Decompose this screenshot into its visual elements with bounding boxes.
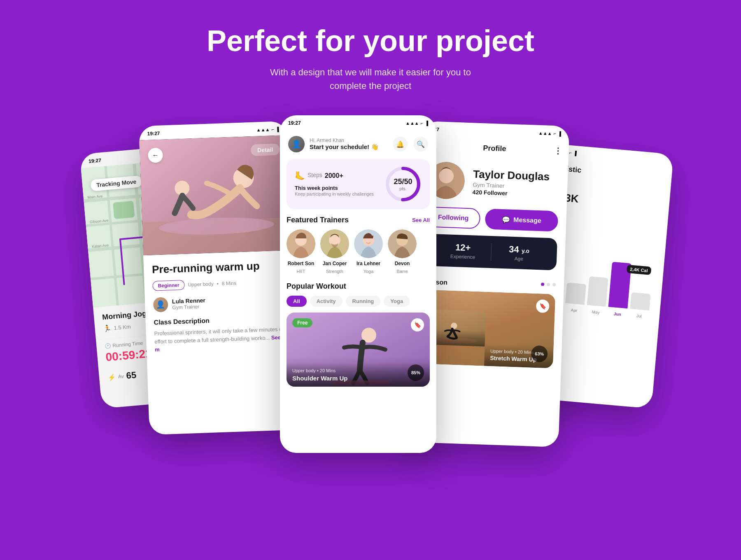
class-desc-text: Professional sprinters, it will only tak… [154,325,287,354]
class-desc-label: Class Description [154,314,285,326]
profile-more-icon[interactable]: ⋮ [554,146,562,156]
bar-jul [630,292,651,310]
trainer-photo-placeholder: 👤 [153,297,168,312]
trainer-photo-3 [354,229,383,258]
dot-3 [552,283,556,286]
status-icons-center: ▲▲▲ ⌐ ▐ [405,121,428,126]
trainer-name-2: Jan Coper [323,261,347,266]
profile-stats: 12+ Experience 34 y.o Age [424,233,557,270]
trainer-photo-4 [388,229,417,258]
profile-actions: Following 💬 Message [417,206,566,239]
greeting-text: Hi, Armed Khan Start your schedule! 👋 [310,138,379,151]
message-button[interactable]: 💬 Message [485,209,558,232]
phone-workout-detail: 19:27 ▲▲▲ ⌐ ▐ [139,121,298,435]
message-icon: 💬 [502,215,510,224]
signal-icon-2: ▲▲▲ [256,127,270,132]
see-all-link[interactable]: See All [412,217,430,223]
workout-content: Pre-running warm up Beginner Upper body … [143,250,295,362]
steps-icon: 🦶 [295,171,305,181]
hero-subtitle: With a design that we will make it easie… [8,65,733,93]
trainer-name-3: Ira Lehner [357,261,380,266]
phones-container: 19:27 ▲▲▲ ⌐ ▐ [0,115,741,527]
bookmark-button[interactable]: 🔖 [411,318,424,331]
bar-may [587,276,608,307]
popular-workout-header: Popular Workout [280,282,436,296]
trainer-specialty-3: Yoga [364,269,374,274]
workout-tags: Beginner Upper body • 8 Mins [152,276,284,291]
trainer-avatar: 👤 [153,297,168,312]
trainer-specialty-1: HIIT [297,269,305,274]
stat-age: 34 y.o Age [491,243,547,263]
wifi-icon-profile: ⌐ [553,131,556,136]
battery-icon-profile: ▐ [558,131,561,136]
dots-indicator [541,282,556,286]
free-badge: Free [292,318,312,327]
trainer-card-2: Jan Coper Strength [320,229,349,274]
hero-section: Perfect for your project With a design t… [0,0,741,105]
trainer-card-1: Robert Son HIIT [287,229,315,274]
user-greeting: 👤 Hi, Armed Khan Start your schedule! 👋 [288,136,379,152]
trainer-card-4: Devon Barre [388,229,417,274]
trainer-specialty-2: Strength [326,269,343,274]
battery-icon-right: ▐ [573,150,577,156]
trainer-row: 👤 Lula Renner Gym Trainer [153,293,285,312]
wifi-icon-right: ⌐ [569,150,572,156]
detail-label: Detail [251,144,280,156]
workout-card-image: Free 🔖 Upper body • 20 Mins Shoulder War… [287,313,430,387]
user-avatar: 👤 [288,136,305,152]
trainer-info: Lula Renner Gym Trainer [172,297,206,310]
wifi-icon-center: ⌐ [421,121,423,126]
bar-apr [565,282,586,305]
filter-running[interactable]: Running [346,296,381,307]
trainer-name-4: Devon [395,261,410,266]
filter-all[interactable]: All [287,296,307,307]
trainer-specialty-4: Barre [397,269,408,274]
profile-photo-section: Taylor Douglas Gym Trainer 420 Follower [418,157,568,211]
app-header: 👤 Hi, Armed Khan Start your schedule! 👋 … [280,129,436,159]
header-icons: 🔔 🔍 [393,137,428,152]
steps-card: 🦶 Steps 2000+ This week points Keep part… [287,159,430,209]
status-icons-2: ▲▲▲ ⌐ ▐ [256,127,279,133]
dot-2 [547,283,550,286]
dot-1 [541,282,544,286]
yoga-image-inner: 🔖 Upper body • 20 Mins Stretch Warm Up 6… [421,289,555,368]
tag-beginner: Beginner [152,280,185,291]
trainer-card-3: Ira Lehner Yoga [354,229,383,274]
yoga-workout-card: 🔖 Upper body • 20 Mins Stretch Warm Up 6… [421,289,555,368]
trainer-photo-2 [320,229,349,258]
phone-main: 19:27 ▲▲▲ ⌐ ▐ 👤 Hi, Armed Khan Start you… [280,115,436,453]
tag-body: Upper body [188,281,213,287]
hero-title: Perfect for your project [8,25,733,57]
wifi-icon-2: ⌐ [271,127,274,132]
steps-info: 🦶 Steps 2000+ This week points Keep part… [295,171,374,197]
workout-image: ← Detail [139,135,291,255]
workout-title: Pre-running warm up [152,259,284,276]
notification-button[interactable]: 🔔 [393,137,408,152]
circle-text: 25/50 pts. [394,177,412,191]
status-icons-profile: ▲▲▲ ⌐ ▐ [538,131,561,136]
progress-badge: 85% [408,364,424,381]
workout-image-inner: ← Detail [139,135,291,255]
trainer-name-1: Robert Son [288,261,315,266]
featured-trainers-header: Featured Trainers See All [280,216,436,229]
profile-text: Taylor Douglas Gym Trainer 420 Follower [473,168,550,198]
trainer-photo-1 [287,229,315,258]
battery-icon-2: ▐ [275,127,279,132]
filter-activity[interactable]: Activity [310,296,343,307]
circle-progress: 25/50 pts. [384,166,422,203]
filter-yoga[interactable]: Yoga [384,296,410,307]
filter-tabs: All Activity Running Yoga [280,296,436,313]
tag-duration: 8 Mins [222,280,237,286]
battery-icon-center: ▐ [425,121,428,126]
search-button[interactable]: 🔍 [413,137,428,152]
svg-rect-9 [113,201,135,219]
yoga-bookmark-button[interactable]: 🔖 [536,299,550,313]
signal-icon-center: ▲▲▲ [405,121,419,126]
trainers-row: Robert Son HIIT [280,229,436,282]
workout-card: Free 🔖 Upper body • 20 Mins Shoulder War… [287,313,430,387]
stat-experience: 12+ Experience [435,241,491,261]
signal-icon-profile: ▲▲▲ [538,131,552,136]
status-bar-center: 19:27 ▲▲▲ ⌐ ▐ [280,115,436,129]
